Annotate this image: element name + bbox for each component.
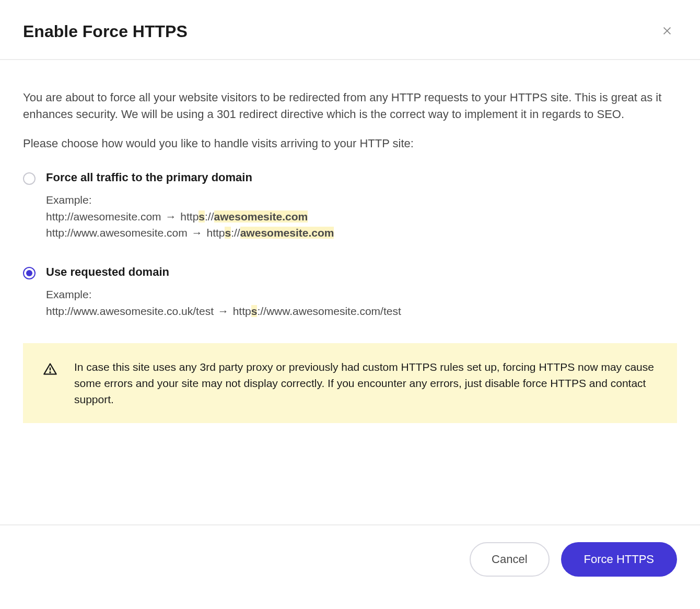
modal-title: Enable Force HTTPS bbox=[23, 22, 188, 41]
example-to-highlight: awesomesite.com bbox=[240, 227, 334, 239]
example-to-mid: :// bbox=[231, 227, 240, 239]
example-label: Example: bbox=[46, 194, 677, 206]
force-https-modal: Enable Force HTTPS You are about to forc… bbox=[0, 0, 700, 609]
example-to-s: s bbox=[199, 210, 205, 222]
close-button[interactable] bbox=[657, 21, 677, 42]
example-to-s: s bbox=[225, 227, 231, 239]
option-title: Use requested domain bbox=[46, 265, 677, 279]
example-to-prefix: http bbox=[206, 227, 225, 239]
option-use-requested[interactable]: Use requested domain Example: http://www… bbox=[23, 265, 677, 320]
description-text: You are about to force all your website … bbox=[23, 89, 677, 123]
modal-footer: Cancel Force HTTPS bbox=[0, 524, 700, 609]
arrow-right-icon: → bbox=[192, 225, 203, 241]
arrow-right-icon: → bbox=[165, 208, 176, 225]
example-to-s: s bbox=[251, 305, 258, 317]
example-from: http://www.awesomesite.com bbox=[46, 227, 188, 239]
modal-header: Enable Force HTTPS bbox=[0, 0, 700, 60]
warning-box: In case this site uses any 3rd party pro… bbox=[23, 343, 677, 423]
radio-force-primary[interactable] bbox=[23, 172, 36, 185]
cancel-button[interactable]: Cancel bbox=[470, 542, 549, 577]
modal-body: You are about to force all your website … bbox=[0, 60, 700, 524]
arrow-right-icon: → bbox=[218, 303, 229, 320]
option-force-primary[interactable]: Force all traffic to the primary domain … bbox=[23, 171, 677, 241]
example-from: http://www.awesomesite.co.uk/test bbox=[46, 305, 214, 317]
prompt-text: Please choose how would you like to hand… bbox=[23, 135, 677, 152]
example-to-mid: :// bbox=[205, 210, 214, 222]
svg-point-1 bbox=[50, 372, 50, 372]
example-from: http://awesomesite.com bbox=[46, 210, 161, 222]
example-line: http://www.awesomesite.co.uk/test → http… bbox=[46, 303, 677, 320]
example-to-prefix: http bbox=[180, 210, 199, 222]
radio-use-requested[interactable] bbox=[23, 267, 36, 279]
option-title: Force all traffic to the primary domain bbox=[46, 171, 677, 184]
example-line: http://awesomesite.com → https://awesome… bbox=[46, 208, 677, 225]
option-content: Force all traffic to the primary domain … bbox=[46, 171, 677, 241]
example-to-rest: ://www.awesomesite.com/test bbox=[257, 305, 401, 317]
warning-text: In case this site uses any 3rd party pro… bbox=[74, 359, 661, 407]
example-label: Example: bbox=[46, 288, 677, 301]
force-https-button[interactable]: Force HTTPS bbox=[561, 542, 677, 577]
close-icon bbox=[661, 25, 673, 38]
warning-icon bbox=[43, 362, 57, 379]
example-line: http://www.awesomesite.com → https://awe… bbox=[46, 225, 677, 241]
option-content: Use requested domain Example: http://www… bbox=[46, 265, 677, 320]
example-to-prefix: http bbox=[233, 305, 251, 317]
example-to-highlight: awesomesite.com bbox=[214, 210, 308, 222]
